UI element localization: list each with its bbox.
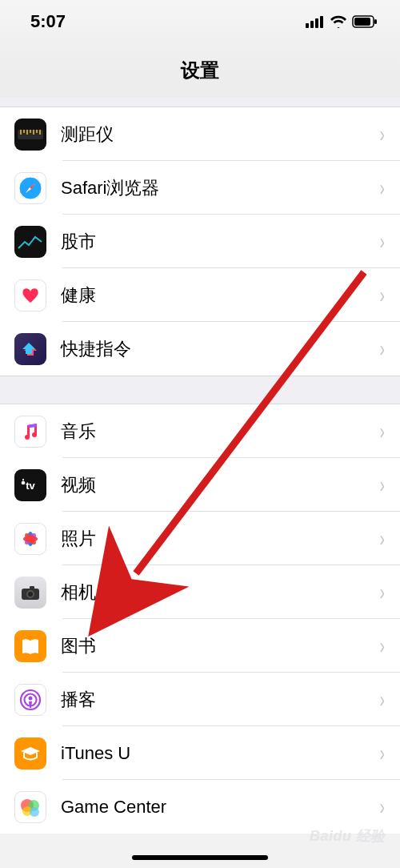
svg-rect-6 [374, 19, 377, 24]
chevron-right-icon: › [379, 472, 385, 498]
svg-point-33 [28, 592, 33, 597]
row-measure[interactable]: 测距仪 › [0, 107, 400, 161]
row-stocks[interactable]: 股市 › [0, 215, 400, 268]
stocks-icon [14, 226, 46, 258]
svg-rect-5 [354, 18, 370, 26]
row-label: 测距仪 [61, 123, 378, 147]
group-separator [0, 98, 400, 107]
row-label: 音乐 [61, 420, 378, 444]
svg-rect-2 [315, 18, 318, 28]
svg-rect-0 [306, 23, 309, 28]
row-label: iTunes U [61, 743, 378, 764]
gamecenter-icon [14, 791, 46, 823]
row-label: 视频 [61, 473, 378, 497]
battery-icon [352, 15, 378, 28]
chevron-right-icon: › [379, 741, 385, 766]
chevron-right-icon: › [379, 687, 385, 713]
row-label: 播客 [61, 688, 378, 712]
row-podcasts[interactable]: 播客 › [0, 673, 400, 726]
row-label: 相机 [61, 581, 378, 605]
row-itunesu[interactable]: iTunes U › [0, 726, 400, 780]
svg-rect-1 [310, 21, 314, 28]
itunesu-icon [14, 737, 46, 770]
svg-point-36 [29, 696, 33, 700]
svg-point-40 [30, 807, 39, 817]
safari-icon [14, 172, 46, 204]
row-health[interactable]: 健康 › [0, 268, 400, 322]
svg-rect-21 [22, 478, 24, 480]
chevron-right-icon: › [379, 122, 385, 147]
row-label: 健康 [61, 283, 378, 307]
books-icon [14, 630, 46, 662]
page-title: 设置 [0, 43, 400, 98]
photos-icon [14, 523, 46, 555]
shortcuts-icon [14, 333, 46, 365]
row-label: 股市 [61, 230, 378, 254]
row-label: Game Center [61, 797, 378, 818]
row-label: 照片 [61, 527, 378, 551]
row-photos[interactable]: 照片 › [0, 512, 400, 565]
chevron-right-icon: › [379, 283, 385, 308]
chevron-right-icon: › [379, 336, 385, 362]
home-indicator [132, 855, 268, 860]
wifi-icon [330, 15, 347, 28]
row-camera[interactable]: 相机 › [0, 565, 400, 619]
health-icon [14, 279, 46, 311]
status-time: 5:07 [30, 11, 66, 32]
status-indicators [306, 15, 378, 28]
row-music[interactable]: 音乐 › [0, 404, 400, 458]
chevron-right-icon: › [379, 175, 385, 201]
chevron-right-icon: › [379, 419, 385, 444]
settings-group-2: 音乐 › tv 视频 › 照片 › 相机 › 图书 › 播客 › [0, 404, 400, 834]
chevron-right-icon: › [379, 794, 385, 820]
svg-point-20 [22, 480, 26, 484]
row-label: Safari浏览器 [61, 176, 378, 200]
settings-group-1: 测距仪 › Safari浏览器 › 股市 › 健康 › 快捷指令 › [0, 107, 400, 376]
row-label: 图书 [61, 634, 378, 658]
watermark: Baidu 经验 [310, 826, 386, 846]
podcasts-icon [14, 684, 46, 716]
row-shortcuts[interactable]: 快捷指令 › [0, 322, 400, 376]
svg-rect-3 [320, 16, 323, 28]
row-books[interactable]: 图书 › [0, 619, 400, 673]
camera-icon [14, 577, 46, 609]
group-separator [0, 376, 400, 404]
status-bar: 5:07 [0, 0, 400, 43]
svg-text:tv: tv [26, 480, 35, 492]
cellular-icon [306, 15, 325, 28]
row-label: 快捷指令 [61, 337, 378, 361]
chevron-right-icon: › [379, 526, 385, 552]
row-gamecenter[interactable]: Game Center › [0, 780, 400, 834]
row-safari[interactable]: Safari浏览器 › [0, 161, 400, 215]
tv-icon: tv [14, 469, 46, 501]
chevron-right-icon: › [379, 229, 385, 255]
chevron-right-icon: › [379, 633, 385, 659]
measure-icon [14, 119, 46, 151]
row-tv[interactable]: tv 视频 › [0, 458, 400, 512]
music-icon [14, 416, 46, 448]
chevron-right-icon: › [379, 580, 385, 605]
